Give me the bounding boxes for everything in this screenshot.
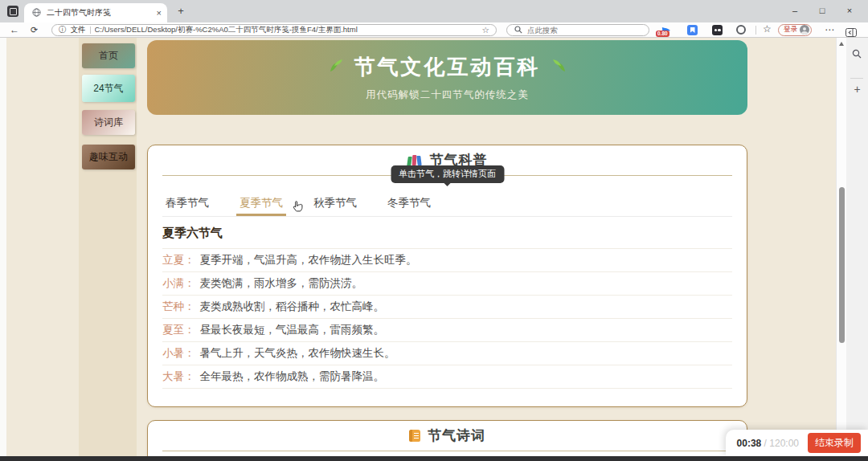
term-desc: 麦类饱满，雨水增多，需防洪涝。 (200, 276, 363, 291)
term-name[interactable]: 夏至 (162, 323, 184, 337)
recording-total: 120:00 (769, 438, 799, 449)
bookmark-star-icon[interactable]: ☆ (482, 25, 489, 35)
term-desc: 夏季开端，气温升高，农作物进入生长旺季。 (200, 253, 417, 267)
extension-panda-icon[interactable] (712, 25, 723, 35)
new-tab-button[interactable]: + (174, 4, 188, 18)
scroll-up-icon[interactable] (839, 42, 844, 46)
scrollbar-thumb[interactable] (839, 187, 845, 343)
stop-recording-button[interactable]: 结束录制 (808, 433, 861, 453)
term-desc: 全年最热，农作物成熟，需防暑降温。 (200, 369, 385, 384)
search-icon (514, 22, 522, 37)
copilot-icon[interactable] (736, 25, 746, 35)
terms-list: 立夏： 夏季开端，气温升高，农作物进入生长旺季。 小满： 麦类饱满，雨水增多，需… (162, 248, 732, 389)
science-section: 节气科普 单击节气，跳转详情页面 春季节气 夏季节气 秋季节气 冬季节气 夏季六… (147, 145, 747, 407)
search-box[interactable] (506, 24, 649, 36)
term-name[interactable]: 芒种 (162, 300, 184, 314)
term-name[interactable]: 大暑 (162, 369, 184, 384)
poetry-section: 节气诗词 (147, 420, 747, 461)
leaf-icon (327, 59, 343, 76)
browser-toolbar: ← ⟳ ⓘ 文件 C:/Users/DELL/Desktop/初赛-%C2%A0… (0, 22, 868, 38)
globe-icon (32, 6, 41, 20)
workspaces-icon[interactable] (7, 6, 18, 17)
browser-tab[interactable]: 二十四节气时序笺 × (24, 3, 167, 22)
page-info-icon[interactable]: ⓘ (59, 25, 67, 35)
edge-sidebar: + (846, 38, 868, 461)
extension-badge: 0.80 (656, 31, 669, 37)
sidebar-item-fun[interactable]: 趣味互动 (82, 145, 135, 169)
term-colon: ： (184, 276, 195, 291)
leaf-icon (552, 59, 568, 76)
page-content: 首页 24节气 诗词库 趣味互动 节气文化互动百科 用代码解锁二十四节气的传统之… (0, 38, 868, 461)
term-row-xiaoman: 小满： 麦类饱满，雨水增多，需防洪涝。 (162, 272, 732, 296)
tooltip: 单击节气，跳转详情页面 (391, 165, 504, 183)
browser-window: 二十四节气时序笺 × + – □ × ← ⟳ ⓘ 文件 C:/Users/DEL… (0, 0, 868, 461)
maximize-button[interactable]: □ (809, 0, 836, 22)
recording-bar: 00:38 / 120:00 结束录制 (726, 430, 868, 456)
search-input[interactable] (527, 26, 641, 35)
sidebar-add-icon[interactable]: + (846, 83, 868, 96)
tab-spring[interactable]: 春季节气 (162, 196, 212, 216)
back-button[interactable]: ← (10, 22, 19, 37)
url-scheme-label: 文件 (71, 25, 86, 35)
season-tabs: 春季节气 夏季节气 秋季节气 冬季节气 (162, 196, 732, 217)
extension-bookmark-icon[interactable] (687, 25, 698, 35)
terms-heading: 夏季六节气 (162, 226, 223, 241)
tab-close-icon[interactable]: × (157, 8, 162, 18)
more-menu-button[interactable]: ⋯ (825, 22, 834, 37)
hero-banner: 节气文化互动百科 用代码解锁二十四节气的传统之美 (147, 40, 747, 115)
term-desc: 昼最长夜最短，气温最高，雷雨频繁。 (200, 323, 385, 337)
term-name[interactable]: 小暑 (162, 346, 184, 361)
term-colon: ： (184, 323, 195, 337)
term-row-xiaoshu: 小暑： 暑气上升，天气炎热，农作物快速生长。 (162, 342, 732, 365)
term-colon: ： (184, 369, 195, 384)
page-subtitle: 用代码解锁二十四节气的传统之美 (147, 88, 747, 102)
refresh-button[interactable]: ⟳ (31, 22, 38, 37)
tab-strip: 二十四节气时序笺 × + – □ × (0, 0, 868, 22)
address-bar[interactable]: ⓘ 文件 C:/Users/DELL/Desktop/初赛-%C2%A0二十四节… (51, 24, 497, 36)
term-colon: ： (184, 253, 195, 267)
window-controls: – □ × (781, 0, 863, 22)
term-row-dashu: 大暑： 全年最热，农作物成熟，需防暑降温。 (162, 365, 732, 389)
term-name[interactable]: 小满 (162, 276, 184, 291)
close-button[interactable]: × (836, 0, 863, 22)
recording-time: 00:38 / 120:00 (737, 438, 799, 449)
tab-autumn[interactable]: 秋季节气 (310, 196, 360, 216)
sidebar-item-home[interactable]: 首页 (82, 43, 135, 68)
term-row-mangzhong: 芒种： 麦类成熟收割，稻谷播种，农忙高峰。 (162, 296, 732, 319)
sidebar-item-24-terms[interactable]: 24节气 (82, 75, 135, 102)
term-row-xiazhi: 夏至： 昼最长夜最短，气温最高，雷雨频繁。 (162, 319, 732, 342)
poetry-section-title: 节气诗词 (428, 426, 485, 445)
term-desc: 麦类成熟收割，稻谷播种，农忙高峰。 (200, 300, 385, 314)
window-bottom-edge (0, 456, 868, 461)
toolbar-separator (755, 26, 756, 35)
url-divider (90, 27, 91, 34)
avatar-icon (800, 25, 809, 35)
sidebar-divider (850, 78, 863, 79)
term-desc: 暑气上升，天气炎热，农作物快速生长。 (200, 346, 395, 361)
sidebar-search-icon[interactable] (852, 47, 862, 62)
term-name[interactable]: 立夏 (162, 253, 184, 267)
tab-title: 二十四节气时序笺 (47, 7, 151, 18)
page-scrollbar[interactable] (836, 38, 846, 461)
section-divider (162, 451, 732, 451)
term-colon: ： (184, 346, 195, 361)
tab-summer[interactable]: 夏季节气 (236, 196, 286, 216)
sidebar-item-poetry[interactable]: 诗词库 (82, 110, 135, 135)
favorites-star-icon[interactable]: ☆ (763, 23, 772, 35)
recording-elapsed: 00:38 (737, 438, 762, 449)
page-left-margin (0, 38, 6, 461)
scroll-icon (409, 430, 420, 442)
tab-winter[interactable]: 冬季节气 (384, 196, 434, 216)
term-colon: ： (184, 300, 195, 314)
login-button[interactable]: 登录 (778, 24, 812, 36)
recording-separator: / (764, 438, 767, 449)
page-title: 节气文化互动百科 (354, 53, 541, 81)
login-label: 登录 (784, 25, 797, 35)
term-row-lixia: 立夏： 夏季开端，气温升高，农作物进入生长旺季。 (162, 249, 732, 272)
url-text: C:/Users/DELL/Desktop/初赛-%C2%A0二十四节气时序笺-… (95, 25, 478, 35)
minimize-button[interactable]: – (781, 0, 809, 22)
